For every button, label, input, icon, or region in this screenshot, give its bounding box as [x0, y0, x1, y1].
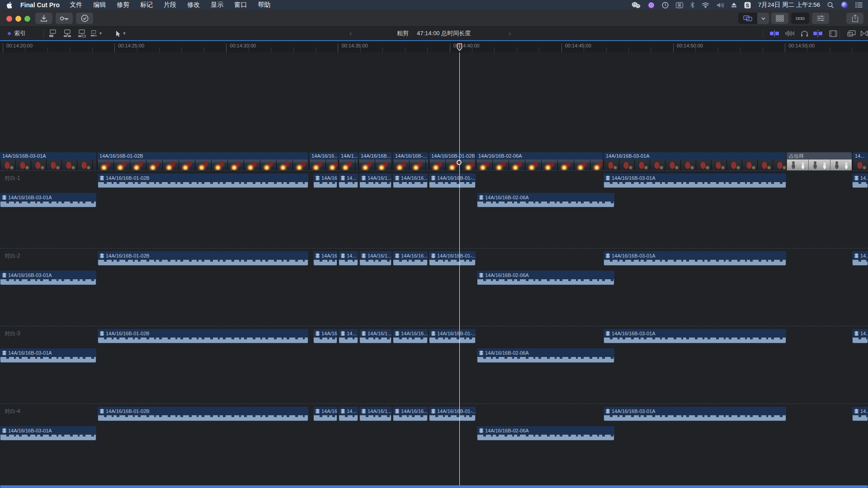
siri-icon[interactable] — [841, 1, 848, 9]
overwrite-edit-button[interactable]: ▼ — [90, 27, 103, 40]
import-media-button[interactable] — [35, 13, 52, 24]
menu-item-7[interactable]: 显示 — [211, 1, 223, 8]
playhead-top-marker[interactable] — [457, 43, 462, 51]
snapping-toggle[interactable] — [812, 27, 824, 40]
nav-forward-button[interactable]: › — [509, 27, 511, 40]
screenshot-app-icon[interactable]: S — [744, 2, 751, 9]
connected-clip[interactable]: 14A/16/16B-03-01A — [604, 174, 786, 188]
connected-clip[interactable]: 14A/16/16B-02-06A — [477, 193, 614, 207]
browser-grid-button[interactable] — [771, 13, 788, 24]
menu-item-8[interactable]: 窗口 — [234, 1, 247, 8]
index-button[interactable]: 索引 — [14, 27, 26, 40]
connected-clip[interactable]: 14A/16... — [313, 251, 337, 266]
select-tool-button[interactable]: ▼ — [114, 27, 127, 40]
share-button[interactable] — [846, 13, 863, 24]
playhead-line[interactable] — [459, 52, 460, 485]
connected-clip[interactable]: 14A/16/16B-03-01A — [0, 426, 96, 441]
control-center-icon[interactable] — [855, 2, 863, 8]
background-tasks-button[interactable] — [76, 13, 93, 24]
connected-clip[interactable]: 14A/16/1... — [359, 329, 392, 343]
storyline-clip[interactable]: 14A/16/16B... — [359, 152, 392, 170]
storyline-clip[interactable]: 14A/16/16B-02-06A — [476, 152, 603, 170]
connected-clip[interactable]: 14A/16/16B-03-01A — [604, 407, 786, 421]
connected-clip[interactable]: 14A/16/16... — [393, 407, 428, 421]
connected-clip[interactable]: 14A/16/16... — [393, 251, 428, 266]
wechat-icon[interactable] — [632, 2, 641, 9]
time-machine-icon[interactable] — [662, 2, 669, 9]
close-window-button[interactable] — [6, 16, 12, 22]
menu-item-9[interactable]: 帮助 — [258, 1, 270, 8]
input-source-icon[interactable]: 英 — [676, 2, 683, 8]
connected-clip[interactable]: 14A/16/16B-03-01A — [0, 193, 96, 207]
menu-item-1[interactable]: 文件 — [70, 1, 82, 8]
storyline-clip[interactable]: 14A/16/16B-01-02B — [97, 152, 308, 170]
inspector-button[interactable] — [812, 13, 829, 24]
connected-clip[interactable]: 14A/16/1... — [359, 251, 392, 266]
connected-clip[interactable]: 14... — [339, 329, 358, 343]
storyline-clip[interactable]: 14A/16/16B-03-01A — [0, 152, 96, 170]
connected-clip[interactable]: 14... — [852, 174, 868, 188]
apple-menu-icon[interactable] — [6, 2, 12, 9]
connected-clip[interactable]: 14A/16/16B-01-... — [429, 329, 476, 343]
storyline-clip[interactable]: 占位符 — [787, 152, 852, 170]
menu-bar-clock[interactable]: 7月24日 周二 上午2:56 — [758, 1, 820, 9]
wifi-icon[interactable] — [702, 2, 709, 8]
timeline-view-button[interactable] — [791, 13, 809, 24]
connected-clip[interactable]: 14A/16/16B-03-01A — [604, 329, 786, 343]
insert-edit-button[interactable] — [61, 27, 74, 40]
keywords-button[interactable] — [56, 13, 73, 24]
dual-monitor-icon[interactable] — [738, 13, 757, 24]
nav-back-button[interactable]: ‹ — [349, 27, 352, 40]
connected-clip[interactable]: 14A/16/16B-02-06A — [477, 348, 614, 363]
record-icon[interactable] — [648, 2, 655, 9]
solo-toggle[interactable] — [798, 27, 810, 40]
menu-item-2[interactable]: 编辑 — [93, 1, 106, 8]
connected-clip[interactable]: 14A/16/16B-03-01A — [0, 271, 96, 285]
menu-item-3[interactable]: 修剪 — [117, 1, 129, 8]
connected-clip[interactable]: 14A/16/16B-02-06A — [477, 426, 614, 441]
connected-clip[interactable]: 14A/16/1... — [359, 407, 392, 421]
external-display-control[interactable] — [738, 13, 769, 24]
connected-clip[interactable]: 14A/16... — [313, 407, 337, 421]
trim-display-button[interactable] — [858, 27, 868, 40]
zoom-window-button[interactable] — [24, 16, 30, 22]
connected-clip[interactable]: 14A/16/16B-01-02B — [98, 174, 308, 188]
volume-icon[interactable] — [717, 2, 724, 8]
skimming-toggle[interactable] — [769, 27, 780, 40]
connected-clip[interactable]: 14... — [852, 329, 868, 343]
storyline-clip[interactable]: 14A/1... — [339, 152, 358, 170]
append-edit-button[interactable] — [75, 27, 88, 40]
connected-clip[interactable]: 14A/16... — [313, 329, 337, 343]
storyline-clip[interactable]: 14A/16/16... — [309, 152, 338, 170]
pip-display-button[interactable] — [845, 27, 857, 40]
connected-clip[interactable]: 14A/16/16B-01-... — [429, 174, 476, 188]
timeline-canvas[interactable]: 14A/16/16B-03-01A14A/16/16B-01-02B14A/16… — [0, 52, 868, 485]
storyline-clip[interactable]: 14... — [853, 152, 868, 170]
timeline-ruler[interactable]: 00:14:20:0000:14:25:0000:14:30:0000:14:3… — [0, 41, 868, 52]
connected-clip[interactable]: 14A/16/16B-01-02B — [98, 251, 308, 266]
eject-icon[interactable] — [731, 2, 737, 8]
connected-clip[interactable]: 14... — [852, 251, 868, 266]
playhead-handle[interactable] — [457, 160, 462, 165]
connected-clip[interactable]: 14A/16/16B-03-01A — [604, 251, 786, 266]
connected-clip[interactable]: 14A/16/1... — [359, 174, 392, 188]
connected-clip[interactable]: 14A/16/16... — [393, 329, 428, 343]
project-name[interactable]: 粗剪 — [397, 27, 409, 40]
connected-clip[interactable]: 14A/16/16B-03-01A — [0, 348, 96, 363]
connected-clip[interactable]: 14A/16/16... — [393, 174, 428, 188]
connected-clip[interactable]: 14... — [339, 174, 358, 188]
menu-item-5[interactable]: 片段 — [164, 1, 176, 8]
connected-clip[interactable]: 14A/16/16B-01-02B — [98, 329, 308, 343]
connect-edit-button[interactable] — [47, 27, 59, 40]
bluetooth-icon[interactable] — [690, 2, 694, 8]
horizontal-scrollbar-thumb[interactable] — [0, 485, 868, 488]
connected-clip[interactable]: 14A/16/16B-01-02B — [98, 407, 308, 421]
connected-clip[interactable]: 14A/16... — [313, 174, 337, 188]
minimize-window-button[interactable] — [15, 16, 21, 22]
menu-item-4[interactable]: 标记 — [140, 1, 153, 8]
audio-skimming-toggle[interactable] — [784, 27, 796, 40]
connected-clip[interactable]: 14... — [339, 407, 358, 421]
connected-clip[interactable]: 14A/16/16B-01-... — [429, 251, 476, 266]
connected-clip[interactable]: 14... — [852, 407, 868, 421]
menu-item-6[interactable]: 修改 — [187, 1, 200, 8]
